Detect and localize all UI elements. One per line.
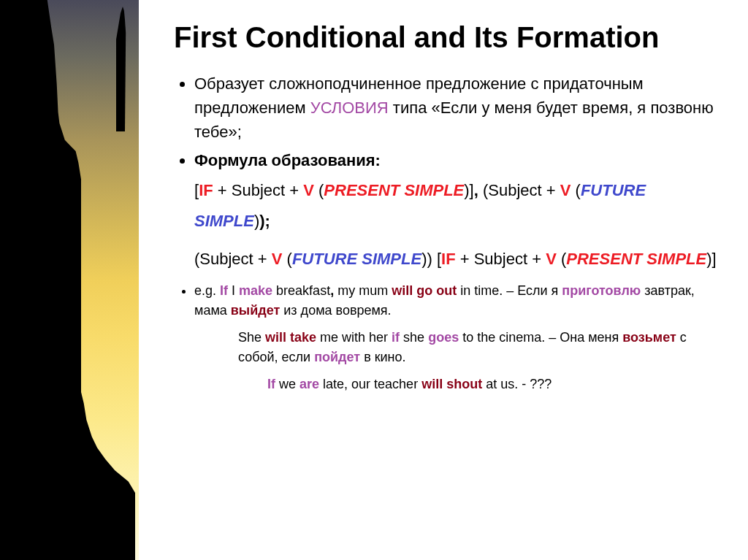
text: in time. – Если я <box>457 283 562 298</box>
text: late, our teacher <box>319 377 421 391</box>
verb-marker: V <box>272 250 283 268</box>
verb: will shout <box>421 377 482 391</box>
present-simple: PRESENT SIMPLE <box>566 250 706 268</box>
slide-title: First Conditional and Its Formation <box>174 20 719 54</box>
slide-content: First Conditional and Its Formation Обра… <box>139 0 748 560</box>
text: my mum <box>337 283 392 298</box>
eg-label: e.g. <box>194 283 220 298</box>
paren: ( <box>557 250 566 268</box>
bullet-list: Образует сложноподчиненное предложение с… <box>174 72 719 394</box>
paren: ); <box>259 212 270 230</box>
text: в кино. <box>360 350 405 364</box>
paren: ( <box>570 181 580 199</box>
formula-label: Формула образования: <box>194 151 381 169</box>
present-simple: PRESENT SIMPLE <box>324 181 464 199</box>
example-2: She will take me with her if she goes to… <box>194 328 719 367</box>
verb-ru: выйдет <box>231 303 280 318</box>
text: Subject + <box>199 250 271 268</box>
verb: are <box>299 377 319 391</box>
paren: ) <box>706 250 711 268</box>
text: we <box>275 377 299 391</box>
bracket: ] <box>712 250 717 268</box>
text: me with her <box>316 330 392 345</box>
example-3: If we are late, our teacher will shout a… <box>194 375 719 394</box>
paren: ) <box>464 181 469 199</box>
bullet-definition: Образует сложноподчиненное предложение с… <box>194 72 719 144</box>
verb: goes <box>428 330 459 345</box>
future-simple: FUTURE SIMPLE <box>292 250 421 268</box>
comma: , <box>330 283 337 298</box>
condition-word: УСЛОВИЯ <box>310 99 389 117</box>
verb-ru: возьмет <box>622 330 676 345</box>
bullet-formula-label: Формула образования: [IF + Subject + V (… <box>194 148 719 274</box>
paren: ( <box>314 181 324 199</box>
text: из дома вовремя. <box>280 303 391 318</box>
text: breakfast <box>272 283 330 298</box>
verb-marker: V <box>560 181 571 199</box>
comma: , <box>474 181 483 199</box>
paren: ) <box>427 250 436 268</box>
verb-marker: V <box>303 181 314 199</box>
if-keyword: IF <box>441 250 456 268</box>
if-word: if <box>392 330 400 345</box>
bullet-example-1: e.g. If I make breakfast, my mum will go… <box>194 281 719 394</box>
text: I <box>228 283 239 298</box>
if-word: If <box>220 283 228 298</box>
text: She <box>238 330 265 345</box>
formula-2: (Subject + V (FUTURE SIMPLE)) [IF + Subj… <box>194 244 719 275</box>
verb: make <box>239 283 272 298</box>
if-word: If <box>267 377 275 391</box>
text: + Subject + <box>456 250 546 268</box>
text: to the cinema. – Она меня <box>459 330 622 345</box>
verb-marker: V <box>546 250 557 268</box>
text: Subject + <box>488 181 560 199</box>
verb: will go out <box>392 283 457 298</box>
paren: ( <box>282 250 291 268</box>
text: + Subject + <box>213 181 304 199</box>
text: at us. - ??? <box>482 377 552 391</box>
text: she <box>400 330 428 345</box>
verb: will take <box>265 330 316 345</box>
verb-ru: пойдет <box>314 350 360 364</box>
if-keyword: IF <box>199 181 213 199</box>
formula-1: [IF + Subject + V (PRESENT SIMPLE)], (Su… <box>194 175 719 237</box>
verb-ru: приготовлю <box>562 283 641 298</box>
